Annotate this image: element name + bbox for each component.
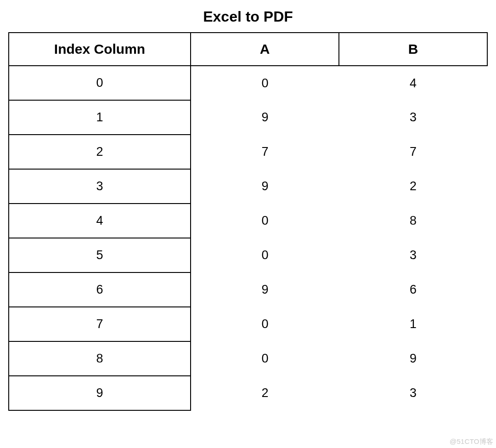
cell-b: 4 — [339, 66, 487, 100]
cell-a: 9 — [191, 100, 339, 135]
cell-b: 1 — [339, 307, 487, 341]
watermark: @51CTO博客 — [450, 437, 493, 446]
header-b: B — [339, 33, 487, 66]
cell-b: 8 — [339, 204, 487, 238]
cell-a: 0 — [191, 204, 339, 238]
cell-b: 3 — [339, 376, 487, 410]
table-container: Index Column A B 00419327739240850369670… — [8, 32, 488, 411]
table-row: 696 — [9, 272, 487, 307]
cell-a: 9 — [191, 169, 339, 204]
table-row: 392 — [9, 169, 487, 204]
cell-index: 6 — [9, 272, 191, 307]
header-a: A — [191, 33, 339, 66]
header-index-column: Index Column — [9, 33, 191, 66]
cell-index: 9 — [9, 376, 191, 410]
cell-a: 0 — [191, 238, 339, 272]
cell-b: 6 — [339, 272, 487, 307]
data-table: Index Column A B 00419327739240850369670… — [8, 32, 488, 411]
cell-b: 7 — [339, 135, 487, 169]
table-row: 193 — [9, 100, 487, 135]
cell-index: 1 — [9, 100, 191, 135]
table-row: 923 — [9, 376, 487, 410]
cell-index: 3 — [9, 169, 191, 204]
cell-a: 0 — [191, 341, 339, 376]
cell-b: 9 — [339, 341, 487, 376]
table-row: 809 — [9, 341, 487, 376]
cell-index: 5 — [9, 238, 191, 272]
cell-index: 8 — [9, 341, 191, 376]
cell-b: 3 — [339, 100, 487, 135]
table-row: 701 — [9, 307, 487, 341]
table-row: 408 — [9, 204, 487, 238]
cell-index: 7 — [9, 307, 191, 341]
table-header-row: Index Column A B — [9, 33, 487, 66]
table-row: 277 — [9, 135, 487, 169]
cell-a: 0 — [191, 307, 339, 341]
cell-index: 2 — [9, 135, 191, 169]
cell-index: 4 — [9, 204, 191, 238]
table-row: 004 — [9, 66, 487, 100]
cell-a: 9 — [191, 272, 339, 307]
table-row: 503 — [9, 238, 487, 272]
cell-b: 3 — [339, 238, 487, 272]
cell-index: 0 — [9, 66, 191, 100]
page-title: Excel to PDF — [0, 8, 496, 25]
cell-a: 7 — [191, 135, 339, 169]
cell-a: 0 — [191, 66, 339, 100]
table-body: 004193277392408503696701809923 — [9, 66, 487, 410]
cell-a: 2 — [191, 376, 339, 410]
cell-b: 2 — [339, 169, 487, 204]
